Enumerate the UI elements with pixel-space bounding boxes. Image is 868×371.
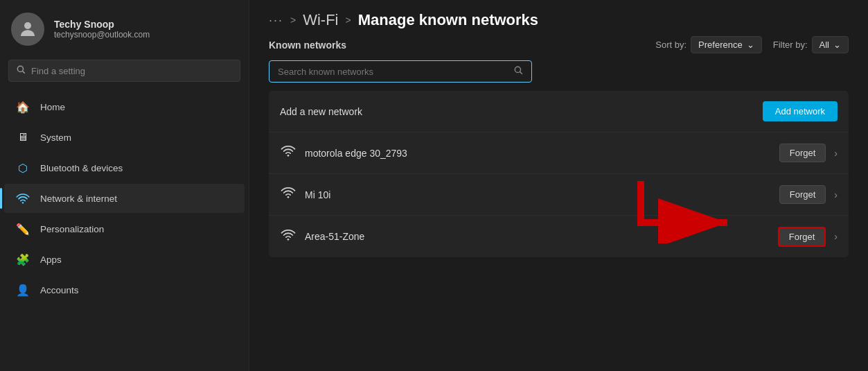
add-network-row: Add a new network Add network [269,91,849,132]
network-row: Mi 10i Forget › [269,174,849,216]
svg-point-0 [24,22,31,29]
filter-by-item: Filter by: All ⌄ [773,36,849,53]
networks-header: Known networks Sort by: Preference ⌄ Fil… [269,36,849,53]
wifi-icon [280,187,296,202]
search-networks-icon [513,65,523,78]
search-input[interactable] [31,66,233,76]
user-email: techysnoop@outlook.com [54,30,150,40]
system-icon: 🖥 [15,130,30,145]
search-networks-row [269,60,849,83]
add-network-text: Add a new network [280,106,362,117]
svg-point-1 [17,66,23,71]
network-actions: Forget › [779,144,838,162]
search-icon [16,64,26,77]
sidebar-item-personalization[interactable]: ✏️ Personalization [4,214,245,243]
sidebar-item-apps[interactable]: 🧩 Apps [4,245,245,274]
page-title: Manage known networks [358,11,538,29]
network-list: Add a new network Add network [269,91,849,257]
add-network-button[interactable]: Add network [763,101,838,121]
user-name: Techy Snoop [54,19,150,30]
sidebar-item-label: Network & internet [40,193,117,204]
forget-button[interactable]: Forget [778,227,826,247]
filter-dropdown[interactable]: All ⌄ [812,36,849,53]
network-name: Area-51-Zone [305,231,364,242]
network-icon [15,191,30,206]
chevron-down-icon: ⌄ [747,40,754,50]
forget-button[interactable]: Forget [779,185,826,204]
network-row: Area-51-Zone Forget › [269,216,849,257]
network-name-col: motorola edge 30_2793 [280,145,779,161]
filter-value: All [820,40,829,50]
breadcrumb-sep2: > [346,15,351,26]
network-actions: Forget › [779,185,838,204]
sidebar-item-network[interactable]: Network & internet [4,184,245,213]
home-icon: 🏠 [15,99,30,114]
sort-value: Preference [698,40,743,50]
sort-by-item: Sort by: Preference ⌄ [655,36,761,53]
accounts-icon: 👤 [15,282,30,297]
sidebar-item-home[interactable]: 🏠 Home [4,92,245,121]
svg-point-3 [515,67,520,72]
content-area: Known networks Sort by: Preference ⌄ Fil… [249,36,868,371]
svg-line-2 [23,71,25,74]
user-info: Techy Snoop techysnoop@outlook.com [54,19,150,40]
nav-items: 🏠 Home 🖥 System ⬡ Bluetooth & devices Ne… [0,89,249,308]
sidebar-item-label: Bluetooth & devices [40,163,123,173]
sidebar: Techy Snoop techysnoop@outlook.com 🏠 Hom… [0,0,249,371]
forget-button[interactable]: Forget [779,144,826,162]
add-network-name-col: Add a new network [280,106,763,117]
svg-line-4 [520,72,522,74]
chevron-right-icon: › [834,148,838,159]
sidebar-item-label: Home [40,102,65,112]
sidebar-item-label: Accounts [40,285,79,295]
bluetooth-icon: ⬡ [15,160,30,175]
search-box[interactable] [8,60,240,82]
network-name: motorola edge 30_2793 [305,148,407,159]
chevron-right-icon: › [834,189,838,200]
sidebar-item-label: System [40,132,71,143]
sidebar-item-label: Apps [40,254,62,265]
sort-dropdown[interactable]: Preference ⌄ [691,36,762,53]
avatar [11,12,44,46]
known-networks-label: Known networks [269,40,346,51]
chevron-down-icon: ⌄ [833,40,841,50]
wifi-icon [280,229,296,245]
sort-filter-row: Sort by: Preference ⌄ Filter by: All ⌄ [655,36,849,53]
user-profile[interactable]: Techy Snoop techysnoop@outlook.com [0,0,249,55]
network-name: Mi 10i [305,189,330,200]
breadcrumb-dots: ··· [269,13,283,28]
page-header: ··· > Wi-Fi > Manage known networks [249,0,868,36]
wifi-icon [280,145,296,161]
search-networks-box[interactable] [269,60,532,83]
network-actions: Forget › [778,227,838,247]
network-name-col: Area-51-Zone [280,229,778,245]
network-name-col: Mi 10i [280,187,779,202]
breadcrumb-sep1: > [290,15,296,26]
search-networks-input[interactable] [278,67,508,77]
sidebar-item-accounts[interactable]: 👤 Accounts [4,275,245,304]
sidebar-item-label: Personalization [40,224,104,234]
main-content: ··· > Wi-Fi > Manage known networks Know… [249,0,868,371]
add-network-actions: Add network [763,101,838,121]
sidebar-item-bluetooth[interactable]: ⬡ Bluetooth & devices [4,153,245,182]
search-container [0,55,249,89]
sort-label: Sort by: [655,40,687,50]
breadcrumb-wifi[interactable]: Wi-Fi [303,11,338,29]
apps-icon: 🧩 [15,252,30,267]
personalization-icon: ✏️ [15,221,30,236]
chevron-right-icon: › [834,231,838,242]
filter-label: Filter by: [773,40,808,50]
network-row: motorola edge 30_2793 Forget › [269,132,849,174]
sidebar-item-system[interactable]: 🖥 System [4,123,245,152]
